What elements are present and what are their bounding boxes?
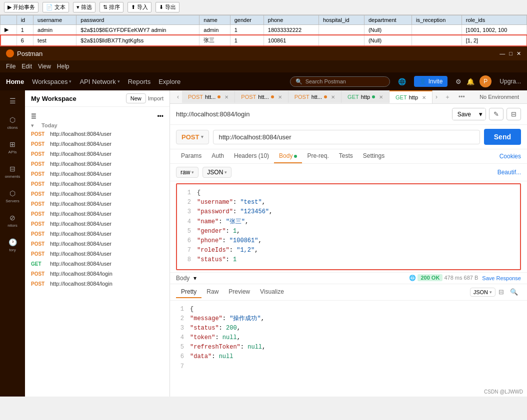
copy-response-btn[interactable]: ⊟	[496, 287, 507, 297]
method-select[interactable]: POST ▾	[176, 130, 209, 144]
new-button[interactable]: New	[126, 93, 146, 103]
bell-icon[interactable]: 🔔	[466, 78, 474, 85]
upgrade-button[interactable]: Upgra...	[500, 78, 521, 85]
col-gender[interactable]: gender	[230, 15, 264, 25]
tab-post-1[interactable]: POST htt... ✕	[182, 91, 235, 103]
more-tabs-button[interactable]: •••	[454, 91, 469, 102]
col-password[interactable]: password	[76, 15, 200, 25]
tab-prereq[interactable]: Pre-req.	[302, 149, 334, 163]
import-button[interactable]: Import	[148, 93, 164, 103]
edit-icon-btn[interactable]: ✎	[489, 108, 504, 120]
maximize-btn[interactable]: □	[509, 50, 512, 57]
send-button[interactable]: Send	[484, 129, 521, 145]
list-item[interactable]: POST http://localhost:8084/user	[25, 199, 170, 209]
export-btn[interactable]: ⬇ 导出	[156, 2, 180, 12]
list-item[interactable]: POST http://localhost:8084/user	[25, 239, 170, 249]
tab-close-icon[interactable]: ✕	[422, 95, 426, 100]
no-environment-label[interactable]: No Environment	[476, 92, 523, 102]
table-row[interactable]: 6 test $2a$10$lldBX7T.hgtKgfss 张三 1 1008…	[0, 35, 527, 46]
code-editor[interactable]: 1 { 2 "username": "test", 3 "password": …	[176, 183, 521, 270]
sort-btn[interactable]: ⇅ 排序	[100, 2, 124, 12]
add-tab-button[interactable]: ＋	[440, 91, 454, 103]
menu-help[interactable]: Help	[57, 62, 70, 71]
tab-close-icon[interactable]: ✕	[331, 94, 335, 100]
sidebar-item-environments[interactable]: ⊟ onments	[3, 162, 22, 181]
col-role-ids[interactable]: role_ids	[462, 15, 526, 25]
table-row[interactable]: ▶ 1 admin $2a$10$8EGYFDFEeKWY7 admin adm…	[0, 25, 527, 35]
nav-home[interactable]: Home	[6, 78, 24, 85]
more-icon[interactable]: •••	[157, 113, 164, 120]
list-item[interactable]: POST http://localhost:8084/login	[25, 279, 170, 289]
list-item[interactable]: POST http://localhost:8084/user	[25, 159, 170, 169]
start-transaction-btn[interactable]: ▶ 开始事务	[4, 2, 38, 12]
tab-close-icon[interactable]: ✕	[224, 94, 228, 100]
response-format-select[interactable]: JSON ▾	[470, 288, 496, 297]
tab-auth[interactable]: Auth	[206, 149, 229, 163]
tab-next-arrow[interactable]: ›	[432, 91, 440, 102]
resp-tab-preview[interactable]: Preview	[224, 286, 255, 298]
save-main-btn[interactable]: Save	[452, 109, 476, 120]
minimize-btn[interactable]: —	[500, 50, 505, 57]
save-dropdown-btn[interactable]: ▾	[476, 108, 486, 120]
list-item[interactable]: GET http://localhost:8084/user	[25, 259, 170, 269]
avatar-icon[interactable]: P	[480, 75, 492, 87]
save-response-button[interactable]: Save Response	[482, 275, 521, 281]
url-input[interactable]	[213, 130, 480, 144]
sidebar-item-monitors[interactable]: ⊘ nitors	[6, 211, 20, 230]
tab-params[interactable]: Params	[176, 149, 206, 163]
list-item[interactable]: POST http://localhost:8084/user	[25, 229, 170, 239]
col-is-reception[interactable]: is_reception	[412, 15, 462, 25]
col-id[interactable]: id	[16, 15, 33, 25]
nav-workspaces[interactable]: Workspaces ▾	[32, 78, 72, 85]
nav-api-network[interactable]: API Network ▾	[80, 78, 120, 85]
expand-icon[interactable]: ▾	[194, 275, 196, 282]
tab-prev-arrow[interactable]: ‹	[174, 91, 182, 102]
col-phone[interactable]: phone	[264, 15, 318, 25]
beautify-link[interactable]: Beautif...	[498, 169, 521, 176]
list-item[interactable]: POST http://localhost:8084/user	[25, 179, 170, 189]
col-username[interactable]: username	[34, 15, 76, 25]
settings-icon[interactable]: ⚙	[456, 78, 462, 85]
sidebar-item-apis2[interactable]: ⊞ APIs	[6, 138, 19, 156]
menu-file[interactable]: File	[6, 62, 16, 71]
sidebar-item-apis[interactable]: ⬡ ctions	[6, 113, 20, 132]
sidebar-item-collections[interactable]: ☰	[6, 94, 19, 107]
list-item[interactable]: POST http://localhost:8084/user	[25, 149, 170, 159]
split-view-btn[interactable]: ⊟	[506, 108, 521, 120]
tab-body[interactable]: Body	[274, 149, 302, 163]
tab-headers[interactable]: Headers (10)	[229, 149, 274, 163]
invite-button[interactable]: 👤 Invite	[414, 76, 448, 87]
list-item[interactable]: POST http://localhost:8084/login	[25, 269, 170, 279]
resp-tab-pretty[interactable]: Pretty	[176, 286, 202, 298]
tab-settings[interactable]: Settings	[358, 149, 390, 163]
sidebar-item-servers[interactable]: ⬡ Servers	[4, 187, 22, 205]
sidebar-item-history[interactable]: 🕐 tory	[6, 236, 19, 254]
tab-close-icon[interactable]: ✕	[278, 94, 282, 100]
tab-close-icon[interactable]: ✕	[379, 94, 383, 100]
raw-select[interactable]: raw ▾	[176, 167, 198, 178]
import-btn[interactable]: ⬆ 导入	[128, 2, 152, 12]
text-btn[interactable]: 📄 文本	[42, 2, 69, 12]
list-item[interactable]: POST http://localhost:8084/user	[25, 249, 170, 259]
list-item[interactable]: POST http://localhost:8084/user	[25, 139, 170, 149]
close-btn[interactable]: ✕	[516, 50, 521, 57]
menu-edit[interactable]: Edit	[22, 62, 32, 71]
tab-post-3[interactable]: POST htt... ✕	[288, 91, 342, 103]
col-department[interactable]: department	[364, 15, 412, 25]
filter-btn[interactable]: ▾ 筛选	[73, 2, 96, 12]
list-item[interactable]: POST http://localhost:8084/user	[25, 209, 170, 219]
tab-post-2[interactable]: POST htt... ✕	[235, 91, 288, 103]
tab-get-2[interactable]: GET http ✕	[390, 90, 432, 103]
list-item[interactable]: POST http://localhost:8084/user	[25, 189, 170, 199]
nav-reports[interactable]: Reports	[128, 78, 151, 85]
search-response-btn[interactable]: 🔍	[507, 287, 521, 297]
tab-get-1[interactable]: GET http ✕	[342, 91, 390, 103]
list-item[interactable]: POST http://localhost:8084/user	[25, 129, 170, 139]
cookie-link[interactable]: Cookies	[500, 153, 521, 160]
tab-tests[interactable]: Tests	[334, 149, 358, 163]
json-select[interactable]: JSON ▾	[202, 167, 232, 178]
resp-tab-visualize[interactable]: Visualize	[255, 286, 289, 298]
nav-explore[interactable]: Explore	[158, 78, 180, 85]
search-box[interactable]: 🔍 Search Postman	[290, 76, 390, 87]
list-item[interactable]: POST http://localhost:8084/user	[25, 219, 170, 229]
